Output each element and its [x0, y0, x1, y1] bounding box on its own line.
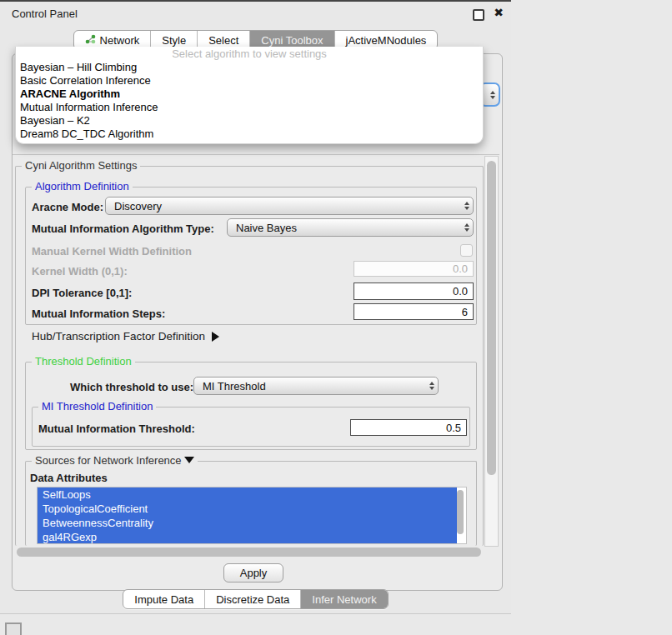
- network-icon: [85, 34, 96, 47]
- right-column: GALGAL80GAL10GAL1SWI4GAL11GAL4GCY1HAP4YH…: [511, 0, 672, 635]
- mi-steps-field[interactable]: 6: [354, 303, 474, 320]
- settings-vertical-scrollbar-thumb[interactable]: [487, 161, 496, 475]
- manual-kernel-width-checkbox[interactable]: [460, 244, 473, 257]
- which-threshold-label: Which threshold to use:: [70, 381, 193, 393]
- tab-impute-data[interactable]: Impute Data: [123, 590, 205, 608]
- tab-label: Select: [208, 34, 238, 47]
- mi-algorithm-type-select[interactable]: Naive Bayes: [227, 218, 474, 237]
- mi-steps-label: Mutual Information Steps:: [32, 308, 165, 320]
- sources-title-label: Sources for Network Inference: [35, 454, 182, 467]
- algorithm-option[interactable]: Mutual Information Inference: [16, 101, 483, 114]
- mi-algorithm-type-value: Naive Bayes: [236, 222, 297, 234]
- kernel-width-field[interactable]: 0.0: [354, 261, 474, 277]
- control-panel: Control Panel ✖ NetworkStyleSelectCyni T…: [0, 0, 511, 614]
- combo-spinner-icon: [429, 382, 434, 390]
- control-panel-titlebar: Control Panel ✖: [0, 2, 511, 27]
- tab-label: Cyni Toolbox: [261, 34, 323, 47]
- tab-infer-network[interactable]: Infer Network: [301, 590, 387, 608]
- cyni-settings-title: Cyni Algorithm Settings: [22, 160, 140, 172]
- kernel-width-label: Kernel Width (0,1):: [32, 265, 128, 278]
- manual-kernel-width-label: Manual Kernel Width Definition: [32, 245, 192, 258]
- algorithm-option[interactable]: Bayesian – K2: [16, 114, 483, 128]
- tab-label: Infer Network: [312, 593, 376, 606]
- dpi-tolerance-value: 0.0: [453, 285, 468, 298]
- expand-arrow-icon[interactable]: [212, 332, 219, 342]
- tab-label: Impute Data: [134, 593, 193, 606]
- algorithm-placeholder: Select algorithm to view settings: [16, 47, 483, 61]
- mi-steps-value: 6: [462, 306, 468, 318]
- aracne-mode-value: Discovery: [114, 200, 162, 212]
- panel-title: Control Panel: [12, 8, 78, 20]
- which-threshold-value: MI Threshold: [203, 380, 266, 392]
- apply-button[interactable]: Apply: [223, 563, 283, 582]
- settings-horizontal-scrollbar-thumb[interactable]: [17, 548, 481, 557]
- combo-spinner-icon: [464, 223, 469, 232]
- viewport-top-border: [13, 154, 499, 155]
- algorithm-option[interactable]: ARACNE Algorithm: [16, 88, 483, 101]
- combo-spinner-icon: [464, 202, 469, 210]
- attribute-list-item[interactable]: SelfLoops: [38, 488, 457, 502]
- collapse-arrow-icon[interactable]: [184, 457, 194, 463]
- tab-label: Network: [100, 34, 140, 47]
- data-attributes-list[interactable]: SelfLoopsTopologicalCoefficientBetweenne…: [37, 487, 467, 544]
- attribute-list-item[interactable]: BetweennessCentrality: [38, 516, 457, 530]
- algorithm-option-list: Bayesian – Hill ClimbingBasic Correlatio…: [16, 61, 483, 141]
- mi-threshold-definition-title: MI Threshold Definition: [38, 401, 156, 412]
- tab-label: Style: [162, 34, 186, 47]
- mi-threshold-label: Mutual Information Threshold:: [38, 422, 195, 435]
- tab-label: Discretize Data: [216, 593, 289, 606]
- attribute-list-item[interactable]: TopologicalCoefficient: [38, 502, 457, 516]
- application-root: Control Panel ✖ NetworkStyleSelectCyni T…: [0, 0, 672, 635]
- float-window-icon[interactable]: [473, 9, 484, 21]
- dpi-tolerance-label: DPI Tolerance [0,1]:: [32, 287, 132, 299]
- mi-algorithm-type-label: Mutual Information Algorithm Type:: [32, 222, 214, 235]
- algorithm-dropdown-popup: Select algorithm to view settings Bayesi…: [15, 47, 484, 144]
- aracne-mode-label: Aracne Mode:: [32, 201, 103, 213]
- algorithm-option[interactable]: Basic Correlation Inference: [16, 74, 483, 88]
- tab-discretize-data[interactable]: Discretize Data: [205, 590, 301, 608]
- algorithm-definition-title: Algorithm Definition: [32, 181, 133, 192]
- data-attributes-label: Data Attributes: [30, 472, 108, 484]
- hub-definition-label: Hub/Transcription Factor Definition: [32, 330, 205, 342]
- kernel-width-value: 0.0: [453, 262, 468, 275]
- sources-title[interactable]: Sources for Network Inference: [32, 455, 198, 467]
- which-threshold-select[interactable]: MI Threshold: [193, 377, 439, 395]
- close-icon[interactable]: ✖: [494, 6, 504, 19]
- cyni-mode-tabs: Impute DataDiscretize DataInfer Network: [123, 589, 388, 609]
- docked-panel-icon[interactable]: [5, 622, 22, 635]
- aracne-mode-select[interactable]: Discovery: [105, 197, 474, 215]
- hub-definition-toggle[interactable]: Hub/Transcription Factor Definition: [32, 330, 219, 342]
- mi-threshold-value: 0.5: [446, 422, 461, 434]
- combo-spinner-icon: [490, 91, 495, 99]
- dpi-tolerance-field[interactable]: 0.0: [354, 282, 474, 300]
- tab-label: jActiveMNodules: [346, 34, 427, 47]
- algorithm-option[interactable]: Bayesian – Hill Climbing: [16, 61, 483, 74]
- threshold-definition-title: Threshold Definition: [32, 356, 135, 368]
- attributes-scrollbar[interactable]: [457, 490, 464, 534]
- algorithm-option[interactable]: Dream8 DC_TDC Algorithm: [16, 128, 483, 141]
- mi-threshold-field[interactable]: 0.5: [350, 419, 467, 436]
- attribute-list-item[interactable]: gal4RGexp: [38, 530, 457, 544]
